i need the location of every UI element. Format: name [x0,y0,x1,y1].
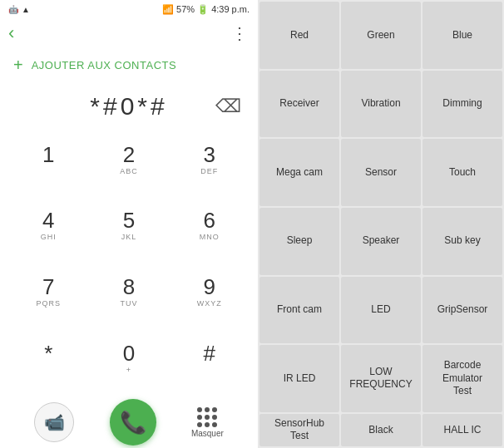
dot [205,407,210,412]
dot [197,415,202,420]
wifi-icon: ▲ [22,5,30,14]
key-digit-10: 0 [123,342,135,364]
test-button-front-cam[interactable]: Front cam [259,277,339,344]
test-button-receiver[interactable]: Receiver [259,71,339,138]
key-2[interactable]: 2ABC [89,131,170,188]
key-digit-5: 6 [203,209,215,231]
backspace-button[interactable]: ⌫ [215,96,241,117]
test-button-speaker[interactable]: Speaker [341,208,421,275]
test-button-gripsensor[interactable]: GripSensor [422,277,502,344]
test-button-hall-ic[interactable]: HALL IC [422,414,502,446]
key-6[interactable]: 6MNO [169,198,250,254]
key-8[interactable]: 8TUV [89,264,170,321]
video-icon: 📹 [44,412,65,432]
test-button-sub-key[interactable]: Sub key [422,208,502,275]
key-digit-6: 7 [42,276,54,298]
key-7[interactable]: 7PQRS [8,264,89,321]
dot [205,422,210,427]
key-digit-4: 5 [123,209,135,231]
android-icon: 🤖 [8,5,18,14]
dot [212,415,217,420]
key-letters-3: GHI [41,233,57,242]
test-button-sensor[interactable]: Sensor [341,139,421,206]
test-button-barcode-emulator-test[interactable]: Barcode Emulator Test [422,345,502,412]
test-button-vibration[interactable]: Vibration [341,71,421,138]
test-button-ir-led[interactable]: IR LED [259,345,339,412]
key-letters-6: PQRS [37,299,62,308]
key-digit-3: 4 [42,209,54,231]
key-letters-2: DEF [200,167,218,176]
more-options-button[interactable]: ⋮ [231,23,250,43]
test-button-blue[interactable]: Blue [422,2,502,69]
key-letters-7: TUV [120,299,137,308]
test-button-touch[interactable]: Touch [422,139,502,206]
test-button-dimming[interactable]: Dimming [422,71,502,138]
masquer-button[interactable]: Masquer [191,407,224,438]
dot [212,422,217,427]
key-4[interactable]: 4GHI [8,198,89,254]
dialer-panel: 🤖 ▲ 📶 57% 🔋 4:39 p.m. ‹ ⋮ + AJOUTER AUX … [0,0,258,448]
key-digit-9: * [44,342,52,364]
test-button-low-frequency[interactable]: LOW FREQUENCY [341,345,421,412]
key-letters-8: WXYZ [197,299,222,308]
dot [205,415,210,420]
add-contact-label: AJOUTER AUX CONTACTS [32,59,176,71]
key-digit-11: # [203,342,215,364]
dot [197,422,202,427]
dial-number: *#0*# [17,92,241,121]
dot [197,407,202,412]
key-5[interactable]: 5JKL [89,198,170,254]
test-button-led[interactable]: LED [341,277,421,344]
test-button-green[interactable]: Green [341,2,421,69]
status-bar: 🤖 ▲ 📶 57% 🔋 4:39 p.m. [0,0,258,18]
test-button-mega-cam[interactable]: Mega cam [259,139,339,206]
add-contact-row[interactable]: + AJOUTER AUX CONTACTS [0,48,258,81]
phone-icon: 📞 [120,410,146,436]
key-digit-2: 3 [203,144,215,165]
key-letters-1: ABC [120,167,138,176]
test-button-red[interactable]: Red [259,2,339,69]
call-button[interactable]: 📞 [110,399,156,446]
test-button-sensorhub-test[interactable]: SensorHub Test [259,414,339,446]
video-call-button[interactable]: 📹 [34,402,74,442]
dot [212,407,217,412]
bottom-bar: 📹 📞 Masquer [0,396,258,448]
top-bar: ‹ ⋮ [0,18,258,48]
key-digit-0: 1 [42,144,54,165]
key-1[interactable]: 1 [8,131,89,188]
add-contact-plus-icon: + [13,56,23,75]
key-digit-7: 8 [123,276,135,298]
key-letters-10: + [126,366,131,375]
masquer-label: Masquer [191,429,224,438]
test-panel: RedGreenBlueReceiverVibrationDimmingMega… [258,0,504,448]
key-#[interactable]: # [169,330,250,386]
key-digit-8: 9 [203,276,215,298]
keypad: 12ABC3DEF4GHI5JKL6MNO7PQRS8TUV9WXYZ*0+# [0,131,258,396]
key-*[interactable]: * [8,330,89,386]
test-button-black[interactable]: Black [341,414,421,446]
key-9[interactable]: 9WXYZ [169,264,250,321]
key-3[interactable]: 3DEF [169,131,250,188]
key-letters-4: JKL [121,233,137,242]
battery-percent: 57% [176,4,195,14]
key-0[interactable]: 0+ [89,330,170,386]
back-button[interactable]: ‹ [8,22,14,44]
test-button-sleep[interactable]: Sleep [259,208,339,275]
battery-icon: 🔋 [197,4,209,15]
masquer-dots-grid [197,407,217,427]
dial-display: *#0*# ⌫ [0,81,258,131]
status-bar-right: 📶 57% 🔋 4:39 p.m. [162,4,250,15]
status-bar-left: 🤖 ▲ [8,5,30,14]
time-display: 4:39 p.m. [211,4,250,14]
signal-icon: 📶 [162,4,174,15]
key-digit-1: 2 [123,144,135,165]
key-letters-5: MNO [200,233,220,242]
